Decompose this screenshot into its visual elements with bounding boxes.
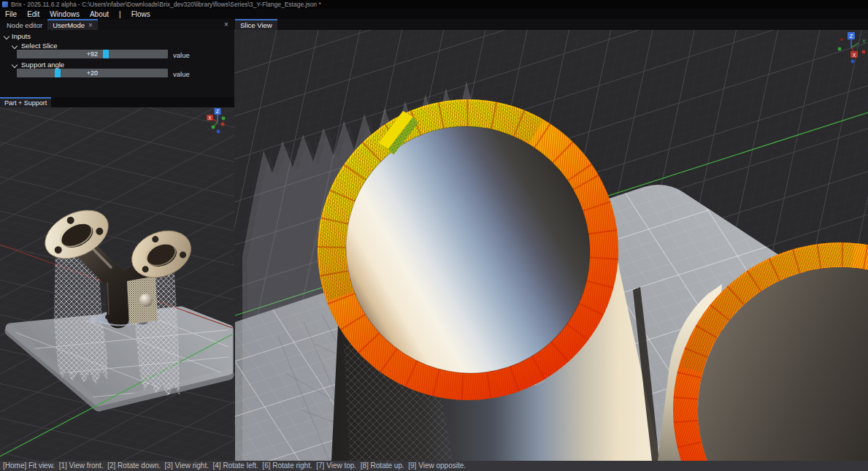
gizmo-x-label: X — [853, 53, 856, 58]
support-angle-slider-handle[interactable] — [55, 69, 61, 77]
menu-file[interactable]: File — [0, 10, 22, 18]
gizmo-y-label: Y — [862, 38, 867, 45]
node-editor-panel: Inputs Select Slice +92 value Support an… — [0, 30, 234, 97]
select-slice-slider[interactable]: +92 — [17, 50, 168, 58]
tab-slice-view[interactable]: Slice View — [235, 19, 277, 30]
support-angle-slider[interactable]: +20 — [17, 69, 168, 77]
part-support-tabbar: Part + Support — [0, 97, 234, 107]
part-support-viewport[interactable]: Z X — [0, 107, 234, 461]
tab-usermode[interactable]: UserMode × — [47, 19, 98, 30]
tab-close-icon[interactable]: × — [88, 20, 93, 30]
gizmo-x-label: X — [208, 115, 212, 120]
inputs-section-label: Inputs — [12, 32, 31, 40]
menu-separator: | — [114, 10, 126, 18]
gizmo-z-label: Z — [216, 109, 220, 114]
title-bar: Brix - 2025.11.6.2 alpha - C:\Users\nfab… — [0, 0, 868, 9]
gizmo-z-label: Z — [850, 33, 853, 39]
tab-strip: Node editor UserMode × × Slice View — [0, 19, 868, 30]
chevron-down-icon[interactable] — [4, 34, 9, 39]
select-slice-label: Select Slice — [21, 42, 58, 50]
menu-windows[interactable]: Windows — [45, 10, 85, 18]
chevron-down-icon[interactable] — [12, 43, 18, 49]
select-slice-port-label: value — [173, 51, 190, 59]
menu-bar: File Edit Windows About | Flows — [0, 9, 868, 19]
left-panel: Inputs Select Slice +92 value Support an… — [0, 30, 234, 461]
menu-edit[interactable]: Edit — [22, 10, 45, 18]
tab-node-editor[interactable]: Node editor — [1, 20, 47, 30]
support-angle-port-label: value — [173, 70, 190, 78]
support-angle-value: +20 — [17, 69, 168, 77]
menu-flows[interactable]: Flows — [126, 10, 155, 18]
select-slice-value: +92 — [17, 50, 168, 58]
slice-viewport[interactable]: Z Y X — [234, 30, 868, 461]
app-icon — [2, 1, 8, 7]
tab-part-support[interactable]: Part + Support — [0, 97, 51, 107]
menu-about[interactable]: About — [85, 10, 114, 18]
support-angle-label: Support angle — [21, 61, 64, 69]
select-slice-slider-handle[interactable] — [103, 50, 109, 58]
chevron-down-icon[interactable] — [12, 62, 18, 68]
window-title: Brix - 2025.11.6.2 alpha - C:\Users\nfab… — [11, 1, 321, 8]
pipe-boss — [139, 294, 153, 307]
status-bar: [Home] Fit view. [1] View front. [2] Rot… — [0, 461, 868, 471]
panel-close-icon[interactable]: × — [221, 20, 231, 29]
